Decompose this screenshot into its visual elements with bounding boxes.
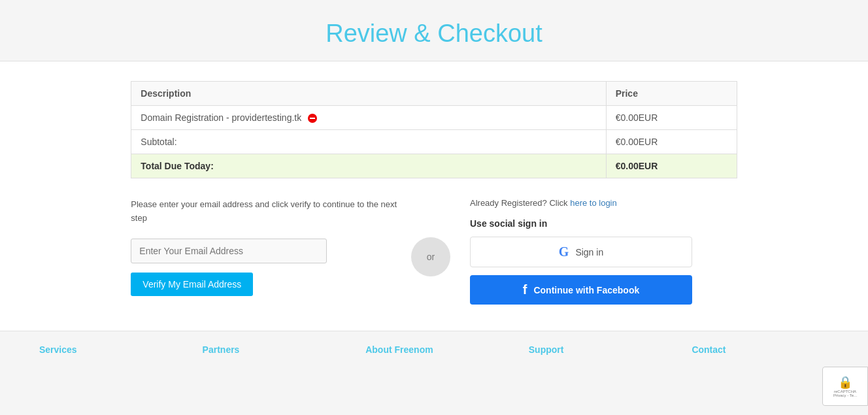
subtotal-price: €0.00EUR: [606, 130, 737, 154]
or-divider: or: [411, 237, 450, 276]
total-label: Total Due Today:: [131, 154, 606, 178]
footer-link-partners[interactable]: Partners: [203, 344, 240, 355]
footer-col-support: Support: [529, 344, 666, 355]
site-footer: Services Partners About Freenom Support …: [0, 331, 868, 368]
subtotal-label: Subtotal:: [131, 130, 606, 154]
verify-button[interactable]: Verify My Email Address: [131, 273, 253, 296]
form-section: Please enter your email address and clic…: [131, 198, 737, 305]
footer-col-contact: Contact: [692, 344, 829, 355]
login-link[interactable]: here to login: [570, 198, 617, 208]
total-price: €0.00EUR: [606, 154, 737, 178]
social-label: Use social sign in: [470, 218, 737, 229]
google-signin-button[interactable]: G Sign in: [470, 237, 692, 267]
recaptcha-badge: 🔒 reCAPTCHAPrivacy - Te...: [822, 367, 868, 368]
info-text: Please enter your email address and clic…: [131, 198, 398, 225]
page-header: Review & Checkout: [0, 0, 868, 61]
col-price: Price: [606, 82, 737, 106]
google-icon: G: [559, 244, 569, 259]
footer-col-partners: Partners: [203, 344, 340, 355]
row-description: Domain Registration - providertesting.tk: [131, 106, 606, 130]
social-signin-col: Already Registered? Click here to login …: [450, 198, 737, 305]
checkout-table: Description Price Domain Registration - …: [131, 81, 737, 178]
row-price: €0.00EUR: [606, 106, 737, 130]
email-form-col: Please enter your email address and clic…: [131, 198, 411, 296]
footer-link-support[interactable]: Support: [529, 344, 564, 355]
facebook-icon: f: [523, 282, 527, 297]
table-row: Domain Registration - providertesting.tk…: [131, 106, 737, 130]
already-registered-text: Already Registered? Click here to login: [470, 198, 737, 208]
footer-link-contact[interactable]: Contact: [692, 344, 726, 355]
page-title: Review & Checkout: [13, 20, 855, 48]
facebook-signin-button[interactable]: f Continue with Facebook: [470, 275, 692, 305]
main-content: Description Price Domain Registration - …: [0, 61, 868, 331]
footer-col-services: Services: [39, 344, 176, 355]
footer-col-about: About Freenom: [365, 344, 503, 355]
remove-icon[interactable]: [308, 114, 317, 123]
email-field[interactable]: [131, 239, 327, 263]
subtotal-row: Subtotal: €0.00EUR: [131, 130, 737, 154]
total-row: Total Due Today: €0.00EUR: [131, 154, 737, 178]
footer-link-services[interactable]: Services: [39, 344, 77, 355]
col-description: Description: [131, 82, 606, 106]
footer-link-about[interactable]: About Freenom: [365, 344, 433, 355]
